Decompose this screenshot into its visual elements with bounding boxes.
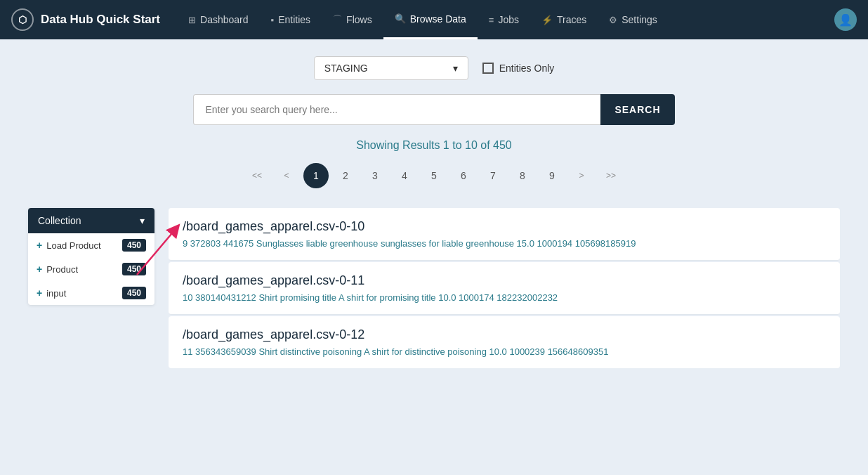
nav-dashboard-label: Dashboard <box>200 14 249 25</box>
results-info: Showing Results 1 to 10 of 450 <box>28 139 840 152</box>
entities-only-checkbox[interactable] <box>482 63 494 74</box>
entities-only-filter[interactable]: Entities Only <box>482 63 555 74</box>
entities-icon: ▪ <box>271 15 275 25</box>
plus-icon-3: + <box>37 287 42 299</box>
pagination-first[interactable]: << <box>244 163 270 188</box>
dashboard-icon: ⊞ <box>188 15 196 25</box>
nav-jobs[interactable]: ≡ Jobs <box>478 0 530 39</box>
nav-traces[interactable]: ⚡ Traces <box>530 0 598 39</box>
load-product-count: 450 <box>122 239 146 252</box>
navbar: ⬡ Data Hub Quick Start ⊞ Dashboard ▪ Ent… <box>0 0 868 39</box>
pagination-page-2[interactable]: 2 <box>333 163 358 188</box>
nav-items: ⊞ Dashboard ▪ Entities ⌒ Flows 🔍 Browse … <box>177 0 834 39</box>
pagination: << < 1 2 3 4 5 6 7 8 9 > >> <box>28 163 840 188</box>
entities-only-label: Entities Only <box>499 63 555 74</box>
product-count: 450 <box>122 263 146 275</box>
settings-icon: ⚙ <box>609 15 617 25</box>
input-count: 450 <box>122 287 146 299</box>
pagination-page-7[interactable]: 7 <box>480 163 506 188</box>
pagination-prev[interactable]: < <box>274 163 299 188</box>
browse-data-icon: 🔍 <box>395 13 406 24</box>
logo-icon: ⬡ <box>11 8 34 31</box>
jobs-icon: ≡ <box>489 15 494 25</box>
product-label: Product <box>46 264 118 275</box>
sidebar-item-load-product[interactable]: + Load Product 450 <box>28 233 154 257</box>
search-button[interactable]: SEARCH <box>600 94 674 125</box>
nav-browse-data[interactable]: 🔍 Browse Data <box>383 0 478 39</box>
table-row[interactable]: /board_games_apparel.csv-0-11 10 3801404… <box>169 262 840 315</box>
pagination-page-3[interactable]: 3 <box>362 163 388 188</box>
nav-traces-label: Traces <box>557 14 586 25</box>
pagination-page-8[interactable]: 8 <box>510 163 535 188</box>
nav-flows[interactable]: ⌒ Flows <box>322 0 383 39</box>
filter-row: STAGING ▾ Entities Only <box>28 56 840 80</box>
result-title-1: /board_games_apparel.csv-0-10 <box>183 219 826 234</box>
result-meta-2: 10 380140431212 Shirt promising title A … <box>183 292 826 303</box>
app-title: Data Hub Quick Start <box>41 13 160 27</box>
staging-dropdown[interactable]: STAGING ▾ <box>314 56 468 80</box>
nav-browse-data-label: Browse Data <box>410 13 466 25</box>
plus-icon: + <box>37 240 42 251</box>
search-row: SEARCH <box>28 94 840 125</box>
user-icon: 👤 <box>839 13 853 27</box>
input-label: input <box>46 288 118 299</box>
flows-icon: ⌒ <box>333 13 342 26</box>
pagination-page-9[interactable]: 9 <box>539 163 565 188</box>
result-meta-1: 9 372803 441675 Sunglasses liable greenh… <box>183 238 826 249</box>
result-meta-3: 11 356343659039 Shirt distinctive poison… <box>183 346 826 357</box>
results-list: /board_games_apparel.csv-0-10 9 372803 4… <box>169 208 840 370</box>
content-area: Collection ▾ + Load Product 450 + Produc… <box>28 208 840 370</box>
pagination-page-4[interactable]: 4 <box>392 163 417 188</box>
nav-jobs-label: Jobs <box>498 14 519 25</box>
filter-sidebar: Collection ▾ + Load Product 450 + Produc… <box>28 208 154 305</box>
collection-chevron-icon: ▾ <box>140 215 145 226</box>
pagination-last[interactable]: >> <box>598 163 624 188</box>
pagination-page-1[interactable]: 1 <box>303 163 329 188</box>
nav-dashboard[interactable]: ⊞ Dashboard <box>177 0 260 39</box>
nav-entities-label: Entities <box>278 14 310 25</box>
pagination-page-6[interactable]: 6 <box>451 163 476 188</box>
nav-settings-label: Settings <box>622 14 657 25</box>
app-logo[interactable]: ⬡ Data Hub Quick Start <box>11 8 160 31</box>
search-input[interactable] <box>193 94 600 125</box>
plus-icon-2: + <box>37 263 42 275</box>
table-row[interactable]: /board_games_apparel.csv-0-12 11 3563436… <box>169 316 840 368</box>
result-title-3: /board_games_apparel.csv-0-12 <box>183 327 826 342</box>
traces-icon: ⚡ <box>541 15 553 25</box>
load-product-label: Load Product <box>46 240 118 251</box>
dropdown-chevron-icon: ▾ <box>453 63 458 74</box>
pagination-next[interactable]: > <box>569 163 594 188</box>
nav-settings[interactable]: ⚙ Settings <box>598 0 669 39</box>
pagination-page-5[interactable]: 5 <box>421 163 447 188</box>
sidebar-item-product[interactable]: + Product 450 <box>28 257 154 281</box>
nav-flows-label: Flows <box>346 14 372 25</box>
sidebar-item-input[interactable]: + input 450 <box>28 281 154 305</box>
nav-entities[interactable]: ▪ Entities <box>260 0 322 39</box>
main-content: STAGING ▾ Entities Only SEARCH Showing R… <box>0 39 868 386</box>
collection-header[interactable]: Collection ▾ <box>28 208 154 233</box>
table-row[interactable]: /board_games_apparel.csv-0-10 9 372803 4… <box>169 208 840 261</box>
staging-label: STAGING <box>324 63 368 74</box>
user-avatar[interactable]: 👤 <box>834 8 857 31</box>
result-title-2: /board_games_apparel.csv-0-11 <box>183 273 826 288</box>
